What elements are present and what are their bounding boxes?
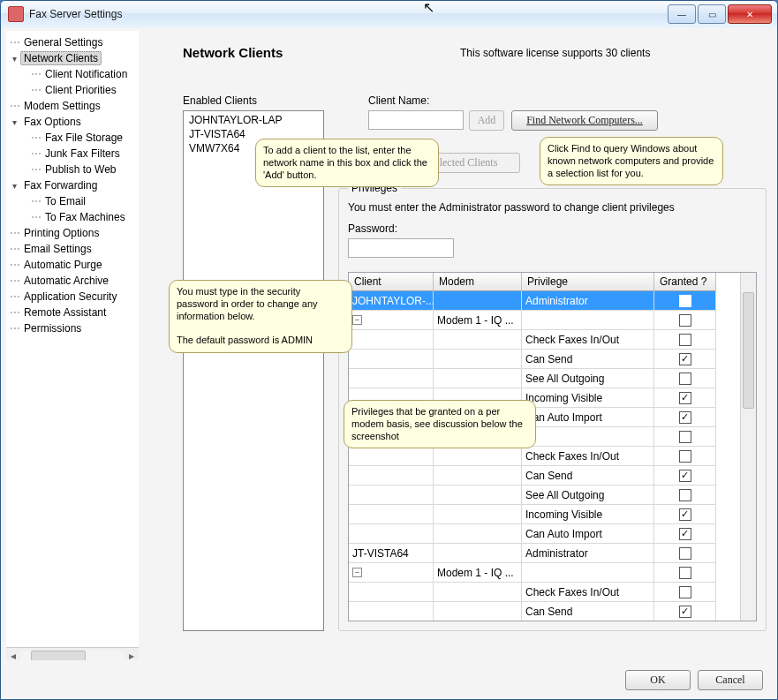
scrollbar-thumb[interactable] bbox=[743, 292, 754, 409]
table-row[interactable]: JOHNTAYLOR-...Administrator bbox=[349, 291, 756, 311]
granted-checkbox[interactable] bbox=[679, 295, 691, 307]
password-input[interactable] bbox=[348, 238, 454, 258]
table-row[interactable]: Can Send✓ bbox=[349, 602, 756, 621]
cell-client bbox=[349, 485, 434, 505]
granted-checkbox[interactable]: ✓ bbox=[679, 528, 691, 540]
sidebar-item[interactable]: ⋯Client Notification bbox=[6, 66, 139, 82]
table-row[interactable]: Check Faxes In/Out bbox=[349, 583, 756, 602]
client-name-input[interactable] bbox=[368, 110, 464, 130]
tree-expand-icon[interactable]: − bbox=[352, 568, 362, 577]
sidebar-item[interactable]: ⋯Fax File Storage bbox=[6, 130, 139, 146]
app-icon bbox=[8, 6, 24, 22]
table-row[interactable]: See All Outgoing bbox=[349, 369, 756, 388]
granted-checkbox[interactable]: ✓ bbox=[679, 411, 691, 424]
granted-checkbox[interactable]: ✓ bbox=[679, 470, 691, 482]
table-row[interactable]: Incoming Visible✓ bbox=[349, 505, 756, 524]
granted-checkbox[interactable]: ✓ bbox=[679, 508, 691, 521]
cell-privilege: Check Faxes In/Out bbox=[522, 330, 654, 350]
cell-granted bbox=[654, 330, 716, 350]
cell-granted bbox=[654, 485, 716, 505]
minimize-button[interactable]: — bbox=[668, 4, 696, 24]
granted-checkbox[interactable]: ✓ bbox=[679, 353, 691, 365]
sidebar-item[interactable]: ⋯Application Security bbox=[6, 289, 139, 305]
cell-granted: ✓ bbox=[654, 350, 716, 369]
cancel-button[interactable]: Cancel bbox=[698, 670, 763, 690]
tree-expand-icon[interactable]: − bbox=[352, 315, 362, 325]
column-header-client[interactable]: Client bbox=[349, 273, 434, 291]
cell-modem bbox=[434, 524, 522, 544]
sidebar-item[interactable]: ⋯Automatic Purge bbox=[6, 257, 139, 273]
granted-checkbox[interactable] bbox=[679, 586, 691, 598]
sidebar-item-label: Automatic Purge bbox=[20, 258, 106, 272]
ok-button[interactable]: OK bbox=[625, 670, 691, 690]
granted-checkbox[interactable] bbox=[679, 431, 691, 443]
sidebar-item[interactable]: ⋯Email Settings bbox=[6, 241, 139, 257]
column-header-privilege[interactable]: Privilege bbox=[522, 273, 654, 291]
table-row[interactable]: See All Outgoing bbox=[349, 485, 756, 505]
cell-granted: ✓ bbox=[654, 408, 716, 427]
tree-connector-icon: ⋯ bbox=[10, 322, 19, 335]
sidebar-item[interactable]: ⋯To Fax Machines bbox=[6, 209, 139, 225]
granted-checkbox[interactable] bbox=[679, 334, 691, 346]
column-header-modem[interactable]: Modem bbox=[434, 273, 522, 291]
sidebar-item[interactable]: ⋯General Settings bbox=[6, 34, 139, 50]
grid-vertical-scrollbar[interactable] bbox=[740, 273, 756, 621]
close-button[interactable]: ✕ bbox=[728, 4, 772, 24]
find-network-computers-button[interactable]: Find Network Computers... bbox=[511, 110, 658, 131]
settings-tree[interactable]: ⋯General Settings▾Network Clients⋯Client… bbox=[6, 31, 139, 647]
cell-client bbox=[349, 350, 434, 369]
granted-checkbox[interactable] bbox=[679, 314, 691, 327]
table-row[interactable]: Can Send✓ bbox=[349, 350, 756, 369]
granted-checkbox[interactable]: ✓ bbox=[679, 606, 691, 618]
tree-connector-icon: ⋯ bbox=[31, 84, 40, 96]
tree-connector-icon: ⋯ bbox=[31, 147, 40, 160]
sidebar-item[interactable]: ⋯To Email bbox=[6, 193, 139, 209]
granted-checkbox[interactable] bbox=[679, 489, 691, 501]
sidebar-item[interactable]: ▾Fax Options bbox=[6, 114, 139, 130]
list-item[interactable]: JOHNTAYLOR-LAP bbox=[187, 113, 320, 127]
sidebar-item[interactable]: ⋯Permissions bbox=[6, 320, 139, 336]
sidebar-item[interactable]: ⋯Client Priorities bbox=[6, 82, 139, 98]
granted-checkbox[interactable] bbox=[679, 547, 691, 560]
table-row[interactable]: Check Faxes In/Out bbox=[349, 330, 756, 350]
cell-client bbox=[349, 602, 434, 621]
sidebar-item[interactable]: ⋯Publish to Web bbox=[6, 162, 139, 177]
cell-client: − bbox=[349, 311, 434, 330]
sidebar-item[interactable]: ⋯Modem Settings bbox=[6, 98, 139, 114]
cell-privilege: See All Outgoing bbox=[522, 369, 654, 388]
granted-checkbox[interactable]: ✓ bbox=[679, 392, 691, 404]
table-row[interactable]: JT-VISTA64Administrator bbox=[349, 544, 756, 563]
cell-modem bbox=[434, 447, 522, 466]
sidebar-item[interactable]: ⋯Remote Assistant bbox=[6, 305, 139, 320]
sidebar-item[interactable]: ▾Fax Forwarding bbox=[6, 177, 139, 193]
granted-checkbox[interactable] bbox=[679, 567, 691, 579]
expand-icon[interactable]: ▾ bbox=[10, 117, 19, 127]
granted-checkbox[interactable] bbox=[679, 450, 691, 463]
titlebar[interactable]: Fax Server Settings ↖ — ▭ ✕ bbox=[1, 1, 777, 28]
sidebar-item[interactable]: ⋯Automatic Archive bbox=[6, 273, 139, 289]
add-button[interactable]: Add bbox=[469, 110, 504, 131]
expand-icon[interactable]: ▾ bbox=[10, 181, 19, 191]
cell-privilege bbox=[522, 563, 654, 583]
table-row[interactable]: Can Send✓ bbox=[349, 466, 756, 485]
sidebar-item-label: Application Security bbox=[20, 290, 120, 304]
expand-icon[interactable]: ▾ bbox=[10, 54, 19, 64]
maximize-button[interactable]: ▭ bbox=[698, 4, 726, 24]
table-row[interactable]: Check Faxes In/Out bbox=[349, 447, 756, 466]
table-row[interactable]: −Modem 1 - IQ ... bbox=[349, 311, 756, 330]
column-header-granted[interactable]: Granted ? bbox=[654, 273, 716, 291]
cell-granted bbox=[654, 311, 716, 330]
sidebar-item[interactable]: ▾Network Clients bbox=[6, 50, 139, 66]
sidebar-item-label: Client Notification bbox=[42, 67, 131, 81]
table-row[interactable]: Can Auto Import✓ bbox=[349, 524, 756, 544]
granted-checkbox[interactable] bbox=[679, 373, 691, 385]
cell-privilege bbox=[522, 427, 654, 447]
cell-granted bbox=[654, 563, 716, 583]
tree-connector-icon: ⋯ bbox=[10, 100, 19, 112]
cell-modem bbox=[434, 350, 522, 369]
enabled-clients-listbox[interactable]: JOHNTAYLOR-LAPJT-VISTA64VMW7X64 bbox=[183, 110, 324, 631]
sidebar-item[interactable]: ⋯Printing Options bbox=[6, 225, 139, 241]
password-label: Password: bbox=[348, 222, 757, 235]
sidebar-item[interactable]: ⋯Junk Fax Filters bbox=[6, 146, 139, 162]
table-row[interactable]: −Modem 1 - IQ ... bbox=[349, 563, 756, 583]
